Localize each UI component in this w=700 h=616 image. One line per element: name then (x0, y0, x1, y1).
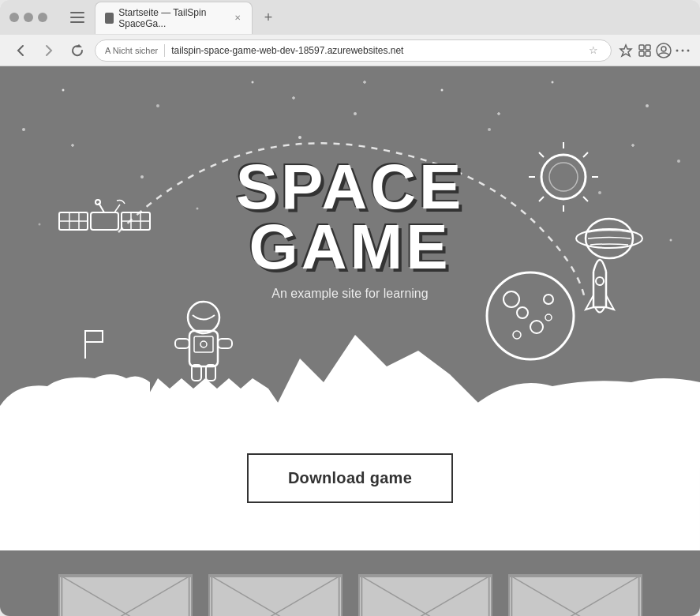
tab-bar: Startseite — TailSpin SpaceGa... ✕ + (66, 2, 691, 34)
sidebar-toggle-icon[interactable] (66, 6, 88, 28)
svg-point-14 (62, 89, 65, 92)
cards-section (0, 550, 700, 616)
nav-extra (618, 43, 691, 58)
forward-button[interactable] (38, 39, 60, 62)
back-button[interactable] (9, 39, 32, 62)
svg-rect-30 (91, 212, 118, 230)
svg-point-28 (670, 239, 672, 242)
svg-point-9 (661, 47, 666, 51)
svg-point-10 (676, 49, 679, 51)
hero-title-block: SPACE GAME An example site for learning (236, 157, 465, 301)
svg-point-15 (156, 104, 159, 107)
address-actions: ☆ (586, 43, 601, 58)
reload-button[interactable] (66, 39, 88, 62)
traffic-lights (9, 13, 47, 22)
svg-point-23 (39, 223, 41, 226)
placeholder-card-1-svg (60, 576, 191, 616)
placeholder-card-4-svg (510, 576, 641, 616)
svg-rect-64 (189, 331, 218, 366)
svg-point-59 (545, 314, 552, 321)
svg-point-40 (95, 200, 100, 205)
download-game-button[interactable]: Download game (247, 453, 453, 503)
svg-point-55 (503, 291, 519, 307)
svg-point-16 (252, 81, 254, 84)
svg-point-21 (646, 104, 649, 107)
svg-point-12 (687, 49, 690, 51)
svg-rect-31 (59, 212, 88, 230)
new-tab-button[interactable]: + (259, 8, 278, 27)
svg-point-18 (441, 89, 444, 92)
svg-line-49 (539, 197, 544, 201)
traffic-light-minimize[interactable] (24, 13, 33, 22)
svg-point-19 (488, 128, 491, 131)
svg-rect-1 (70, 17, 84, 18)
svg-rect-69 (206, 365, 215, 381)
svg-point-58 (513, 331, 521, 339)
svg-rect-81 (511, 577, 638, 616)
address-separator (164, 44, 165, 57)
svg-rect-68 (192, 365, 201, 381)
placeholder-card-2-svg (210, 576, 341, 616)
address-bar[interactable]: A Nicht sicher tailspin-space-game-web-d… (95, 39, 612, 62)
placeholder-card-4 (508, 574, 642, 616)
svg-point-56 (530, 321, 543, 333)
browser-window: Startseite — TailSpin SpaceGa... ✕ + A N… (0, 0, 700, 616)
game-title: SPACE GAME (236, 157, 465, 277)
svg-rect-70 (194, 336, 213, 352)
svg-line-47 (539, 152, 544, 157)
address-url: tailspin-space-game-web-dev-18597.azurew… (171, 45, 579, 56)
svg-line-48 (583, 197, 588, 201)
svg-point-24 (140, 175, 144, 178)
download-section: Download game (0, 406, 700, 550)
svg-rect-78 (361, 577, 489, 616)
hero-subtitle: An example site for learning (236, 287, 465, 301)
placeholder-card-2 (208, 574, 343, 616)
more-menu-icon[interactable] (675, 43, 691, 58)
svg-point-65 (188, 302, 219, 333)
svg-rect-67 (218, 339, 232, 348)
svg-rect-7 (646, 51, 650, 56)
svg-point-71 (200, 341, 207, 347)
svg-point-54 (487, 272, 574, 359)
svg-rect-5 (646, 45, 650, 50)
svg-point-52 (586, 219, 633, 258)
title-bar: Startseite — TailSpin SpaceGa... ✕ + (0, 0, 700, 35)
svg-point-26 (298, 136, 301, 139)
tab-favicon (105, 13, 114, 24)
svg-point-22 (677, 160, 680, 163)
svg-rect-75 (211, 577, 339, 616)
svg-rect-0 (70, 12, 84, 13)
svg-point-20 (552, 81, 554, 84)
svg-line-50 (583, 152, 588, 157)
placeholder-card-1 (58, 574, 193, 616)
active-tab[interactable]: Startseite — TailSpin SpaceGa... ✕ (95, 2, 253, 34)
svg-rect-72 (62, 577, 189, 616)
svg-line-41 (114, 205, 120, 212)
svg-point-29 (598, 191, 601, 194)
svg-point-42 (541, 155, 586, 199)
traffic-light-close[interactable] (9, 13, 19, 22)
tab-close-button[interactable]: ✕ (234, 13, 242, 24)
nav-bar: A Nicht sicher tailspin-space-game-web-d… (0, 35, 700, 66)
traffic-light-maximize[interactable] (38, 13, 47, 22)
svg-point-17 (354, 112, 357, 115)
svg-point-51 (549, 163, 578, 191)
svg-rect-66 (175, 339, 189, 348)
profile-icon[interactable] (656, 43, 672, 58)
hero-section: SPACE GAME An example site for learning (0, 66, 700, 406)
svg-point-11 (682, 49, 684, 51)
svg-rect-2 (70, 21, 84, 23)
svg-point-57 (544, 295, 553, 304)
svg-rect-4 (639, 45, 644, 50)
favorites-icon[interactable] (618, 43, 634, 58)
svg-rect-63 (85, 331, 103, 342)
svg-line-39 (99, 203, 104, 212)
page-content: SPACE GAME An example site for learning … (0, 66, 700, 616)
svg-point-53 (576, 229, 642, 248)
security-label: A Nicht sicher (105, 46, 158, 55)
placeholder-card-3 (358, 574, 492, 616)
collections-icon[interactable] (637, 43, 653, 58)
svg-point-61 (596, 277, 604, 285)
bookmark-star-icon[interactable]: ☆ (586, 43, 601, 58)
svg-point-25 (197, 208, 199, 210)
